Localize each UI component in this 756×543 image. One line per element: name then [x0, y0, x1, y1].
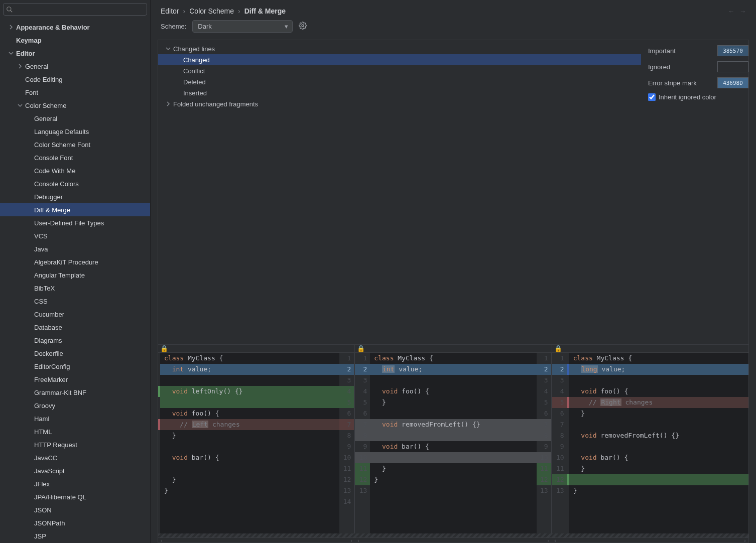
sidebar-item-freemarker[interactable]: FreeMarker [0, 373, 150, 386]
horizontal-scroll[interactable]: ‹› ‹› ‹› [158, 537, 748, 542]
sidebar-item-jsp[interactable]: JSP [0, 529, 150, 542]
breadcrumb-segment[interactable]: Color Scheme [189, 7, 234, 15]
sidebar-item-color-scheme-font[interactable]: Color Scheme Font [0, 138, 150, 151]
option-label: Deleted [183, 78, 206, 86]
option-changed-lines[interactable]: Changed lines [158, 43, 641, 54]
code-area[interactable]: class MyClass { long value; void foo() {… [569, 353, 748, 533]
fold-separator [158, 533, 748, 537]
lock-icon: 🔒 [158, 345, 355, 352]
sidebar-item-label: Color Scheme Font [34, 141, 90, 149]
option-folded-unchanged-fragments[interactable]: Folded unchanged fragments [158, 98, 641, 109]
option-label: Changed [183, 56, 210, 64]
sidebar-item-algebrakit-procedure[interactable]: AlgebraKiT Procedure [0, 255, 150, 268]
sidebar-item-css[interactable]: CSS [0, 295, 150, 308]
code-line: class MyClass { [160, 353, 339, 364]
sidebar-item-database[interactable]: Database [0, 321, 150, 334]
sidebar-item-label: User-Defined File Types [34, 219, 104, 227]
sidebar-item-code-editing[interactable]: Code Editing [0, 73, 150, 86]
option-changed[interactable]: Changed [158, 54, 641, 65]
sidebar-item-label: BibTeX [34, 285, 55, 292]
sidebar-item-diff-merge[interactable]: Diff & Merge [0, 203, 150, 216]
sidebar-item-cucumber[interactable]: Cucumber [0, 308, 150, 321]
sidebar-item-label: Color Scheme [25, 102, 66, 109]
sidebar-item-grammar-kit-bnf[interactable]: Grammar-Kit BNF [0, 386, 150, 399]
sidebar-item-javacc[interactable]: JavaCC [0, 451, 150, 464]
options-tree[interactable]: Changed linesChangedConflictDeletedInser… [158, 40, 641, 344]
code-area[interactable]: class MyClass { int value; void leftOnly… [160, 353, 339, 533]
sidebar-item-font[interactable]: Font [0, 86, 150, 99]
sidebar-item-json[interactable]: JSON [0, 503, 150, 516]
scheme-select[interactable]: Dark [192, 20, 293, 33]
sidebar-item-java[interactable]: Java [0, 242, 150, 255]
chevron-spacer [25, 258, 33, 266]
option-conflict[interactable]: Conflict [158, 65, 641, 76]
sidebar-item-bibtex[interactable]: BibTeX [0, 282, 150, 295]
inherit-label: Inherit ignored color [659, 93, 716, 101]
code-area[interactable]: class MyClass { int value; void foo() { … [370, 353, 536, 533]
ignored-color-field[interactable] [717, 61, 748, 72]
sidebar-item-editor[interactable]: Editor [0, 47, 150, 60]
sidebar-item-vcs[interactable]: VCS [0, 229, 150, 242]
sidebar-item-diagrams[interactable]: Diagrams [0, 334, 150, 347]
line-gutter: 1234567891011121314 [339, 353, 354, 533]
properties-panel: Important 385570 Ignored Error stripe ma… [648, 40, 748, 344]
sidebar-item-html[interactable]: HTML [0, 425, 150, 438]
sidebar-item-jpa-hibernate-ql[interactable]: JPA/Hibernate QL [0, 490, 150, 503]
sidebar-item-haml[interactable]: Haml [0, 412, 150, 425]
sidebar-item-dockerfile[interactable]: Dockerfile [0, 347, 150, 360]
chevron-spacer [25, 310, 33, 318]
sidebar-item-jflex[interactable]: JFlex [0, 477, 150, 490]
sidebar-item-user-defined-file-types[interactable]: User-Defined File Types [0, 216, 150, 229]
search-input[interactable] [3, 3, 147, 16]
sidebar-item-angular-template[interactable]: Angular Template [0, 268, 150, 282]
diff-preview: 🔒 🔒 🔒 class MyClass { int value; void le… [158, 345, 749, 543]
sidebar-item-groovy[interactable]: Groovy [0, 399, 150, 412]
sidebar-item-label: Diagrams [34, 337, 62, 344]
sidebar-item-label: Grammar-Kit BNF [34, 389, 86, 396]
sidebar-item-http-request[interactable]: HTTP Request [0, 438, 150, 451]
chevron-spacer [25, 154, 33, 162]
option-inserted[interactable]: Inserted [158, 87, 641, 98]
sidebar-item-label: VCS [34, 232, 48, 240]
sidebar-item-color-scheme[interactable]: Color Scheme [0, 99, 150, 112]
code-line: } [160, 474, 339, 485]
important-color-field[interactable]: 385570 [717, 45, 748, 56]
sidebar-item-console-colors[interactable]: Console Colors [0, 177, 150, 190]
sidebar-item-code-with-me[interactable]: Code With Me [0, 164, 150, 177]
chevron-spacer [25, 441, 33, 449]
sidebar-item-label: Code Editing [25, 76, 62, 83]
sidebar-item-language-defaults[interactable]: Language Defaults [0, 125, 150, 138]
sidebar-item-console-font[interactable]: Console Font [0, 151, 150, 164]
nav-forward-icon[interactable]: → [739, 8, 746, 15]
sidebar-item-label: Keymap [16, 37, 42, 44]
code-line: void foo() { [160, 408, 339, 419]
sidebar-item-label: Java [34, 245, 48, 253]
sidebar-item-debugger[interactable]: Debugger [0, 190, 150, 203]
sidebar-item-label: Debugger [34, 193, 63, 201]
chevron-spacer [174, 89, 182, 97]
stripe-color-field[interactable]: 43698D [717, 77, 748, 88]
sidebar-item-editorconfig[interactable]: EditorConfig [0, 360, 150, 373]
sidebar-item-label: JavaCC [34, 454, 57, 462]
gear-icon[interactable] [299, 22, 307, 31]
chevron-spacer [7, 36, 15, 44]
sidebar-item-appearance-behavior[interactable]: Appearance & Behavior [0, 21, 150, 34]
inherit-checkbox[interactable] [648, 93, 656, 101]
breadcrumb-segment[interactable]: Editor [161, 7, 179, 15]
sidebar-item-label: JFlex [34, 480, 50, 488]
sidebar-item-jsonpath[interactable]: JSONPath [0, 516, 150, 529]
chevron-spacer [25, 388, 33, 396]
sidebar-item-keymap[interactable]: Keymap [0, 34, 150, 47]
ignored-label: Ignored [648, 63, 670, 71]
option-deleted[interactable]: Deleted [158, 76, 641, 87]
sidebar-item-javascript[interactable]: JavaScript [0, 464, 150, 477]
chevron-spacer [174, 56, 182, 64]
sidebar-item-general[interactable]: General [0, 60, 150, 73]
nav-back-icon[interactable]: ← [728, 8, 734, 15]
chevron-spacer [25, 323, 33, 331]
sidebar-item-label: Language Defaults [34, 128, 89, 135]
chevron-down-icon [7, 49, 15, 57]
sidebar-item-general[interactable]: General [0, 112, 150, 125]
settings-tree[interactable]: Appearance & BehaviorKeymapEditorGeneral… [0, 19, 150, 543]
code-line: void bar() { [160, 452, 339, 463]
